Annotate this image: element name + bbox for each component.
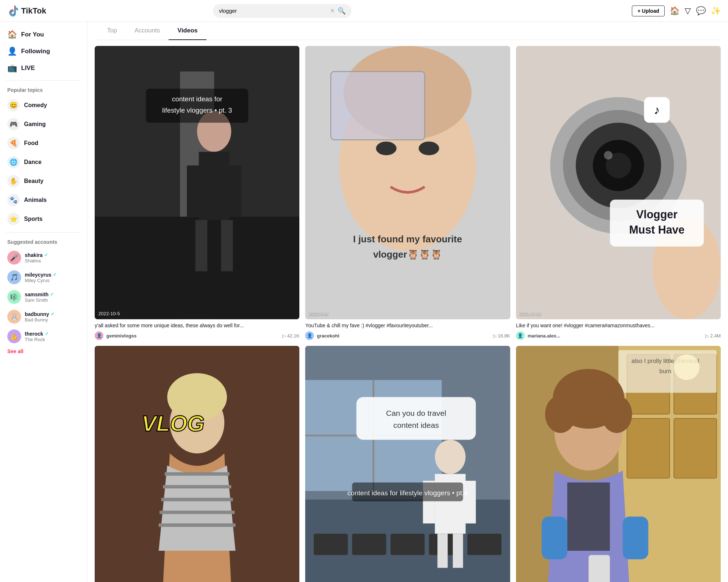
account-info-therock: therock ✓ The Rock	[25, 331, 49, 342]
topic-animals[interactable]: 🐾 Animals	[0, 191, 87, 210]
svg-text:Vlogger: Vlogger	[636, 208, 677, 221]
video-thumb-6: also I prolly little chemical burn	[516, 346, 721, 582]
suggested-account-samsmith[interactable]: 🎼 samsmith ✓ Sam Smith	[0, 287, 87, 307]
search-button[interactable]: 🔍	[338, 7, 346, 15]
video-thumb-3: ♪ Vlogger Must Have 2021-5-13	[516, 46, 721, 319]
username-badbunny: badbunny ✓	[25, 311, 55, 317]
video-thumb-1: content ideas for lifestyle vloggers • p…	[95, 46, 299, 319]
video-date-1: 2022-10-5	[98, 311, 120, 316]
clear-search-icon[interactable]: ✕	[330, 7, 335, 14]
display-badbunny: Bad Bunny	[25, 317, 55, 323]
topic-label-gaming: Gaming	[24, 121, 46, 128]
video-meta-3: 👤 mariana.alex... ▷ 2.4M	[516, 331, 721, 340]
verified-icon-badbunny: ✓	[51, 311, 55, 317]
svg-rect-55	[464, 481, 476, 524]
sidebar-item-live[interactable]: 📺 LIVE	[0, 60, 87, 77]
display-therock: The Rock	[25, 337, 49, 342]
svg-text:content ideas: content ideas	[393, 421, 439, 429]
display-samsmith: Sam Smith	[25, 297, 54, 303]
username-shakira: shakira ✓	[25, 252, 48, 258]
suggested-account-therock[interactable]: 💪 therock ✓ The Rock	[0, 327, 87, 346]
svg-rect-4	[199, 152, 229, 220]
svg-rect-5	[187, 165, 199, 217]
video-username-3: mariana.alex...	[528, 333, 560, 339]
suggested-account-mileycyrus[interactable]: 🎵 mileycyrus ✓ Miley Cyrus	[0, 267, 87, 287]
tiktok-logo-icon	[7, 5, 19, 17]
topic-sports[interactable]: ⭐ Sports	[0, 210, 87, 228]
video-card-1[interactable]: content ideas for lifestyle vloggers • p…	[95, 46, 299, 340]
svg-rect-48	[468, 534, 502, 555]
topic-comedy[interactable]: 😊 Comedy	[0, 96, 87, 115]
following-icon: 👤	[7, 47, 17, 56]
sidebar-divider-2	[6, 232, 81, 233]
popular-topics-title: Popular topics	[0, 84, 87, 96]
display-mileycyrus: Miley Cyrus	[25, 278, 57, 283]
upload-button[interactable]: + Upload	[632, 5, 665, 16]
svg-point-14	[376, 141, 397, 155]
svg-rect-17	[331, 71, 425, 140]
page-layout: 🏠 For You 👤 Following 📺 LIVE Popular top…	[0, 22, 728, 582]
video-meta-2: 👤 gracekohl ▷ 16.8K	[305, 331, 510, 340]
avatar-samsmith: 🎼	[7, 290, 21, 304]
svg-point-76	[601, 395, 632, 433]
account-info-shakira: shakira ✓ Shakira	[25, 252, 48, 263]
video-grid: content ideas for lifestyle vloggers • p…	[95, 46, 721, 582]
filter-icon[interactable]: ▽	[685, 6, 691, 16]
username-samsmith: samsmith ✓	[25, 292, 54, 297]
svg-rect-78	[542, 517, 567, 559]
verified-icon-shakira: ✓	[44, 252, 48, 258]
username-mileycyrus: mileycyrus ✓	[25, 272, 57, 278]
video-desc-1: y'all asked for some more unique ideas, …	[95, 322, 299, 329]
gaming-icon: 🎮	[7, 118, 20, 130]
sidebar-divider-1	[6, 80, 81, 81]
tab-top[interactable]: Top	[98, 22, 126, 40]
topic-food[interactable]: 🍕 Food	[0, 134, 87, 153]
video-desc-2: YouTube & chill my fave :) #vlogger #fav…	[305, 322, 510, 329]
search-tabs: Top Accounts Videos	[95, 22, 721, 40]
avatar-therock: 💪	[7, 329, 21, 343]
svg-rect-9	[146, 89, 248, 123]
profile-icon[interactable]: 🏠	[670, 6, 680, 16]
sparkle-icon[interactable]: ✨	[711, 6, 721, 16]
display-shakira: Shakira	[25, 258, 48, 263]
topic-dance[interactable]: 🌐 Dance	[0, 153, 87, 172]
topic-label-food: Food	[24, 140, 38, 147]
sidebar-label-following: Following	[21, 48, 50, 55]
video-card-6[interactable]: also I prolly little chemical burn	[516, 346, 721, 582]
svg-text:♪: ♪	[654, 103, 660, 117]
video-card-4[interactable]: VLOG 2021-11-28 An anxious daily vlogger…	[95, 346, 299, 582]
account-info-samsmith: samsmith ✓ Sam Smith	[25, 292, 54, 303]
video-card-5[interactable]: Can you do travel content ideas content …	[305, 346, 510, 582]
svg-text:content ideas for: content ideas for	[172, 95, 223, 103]
sidebar-item-following[interactable]: 👤 Following	[0, 43, 87, 60]
verified-icon-therock: ✓	[45, 331, 49, 336]
beauty-icon: ✋	[7, 175, 20, 187]
verified-icon-mileycyrus: ✓	[53, 272, 57, 277]
sidebar-item-for-you[interactable]: 🏠 For You	[0, 26, 87, 43]
sidebar-label-live: LIVE	[21, 65, 35, 72]
search-input[interactable]	[219, 8, 327, 14]
video-plays-2: ▷ 16.8K	[493, 333, 510, 339]
svg-rect-8	[221, 220, 233, 272]
topic-gaming[interactable]: 🎮 Gaming	[0, 115, 87, 134]
dance-icon: 🌐	[7, 156, 20, 168]
messages-icon[interactable]: 💬	[696, 6, 706, 16]
sidebar: 🏠 For You 👤 Following 📺 LIVE Popular top…	[0, 22, 87, 582]
video-date-2: 2022-5-8	[309, 311, 328, 316]
tab-videos[interactable]: Videos	[169, 22, 206, 40]
food-icon: 🍕	[7, 137, 20, 149]
svg-point-75	[545, 395, 575, 433]
topic-label-animals: Animals	[24, 197, 47, 203]
suggested-account-badbunny[interactable]: 🐰 badbunny ✓ Bad Bunny	[0, 307, 87, 327]
video-card-3[interactable]: ♪ Vlogger Must Have 2021-5-13 Like if yo…	[516, 46, 721, 340]
tab-accounts[interactable]: Accounts	[126, 22, 169, 40]
see-all-button[interactable]: See all	[0, 346, 31, 356]
svg-rect-57	[453, 534, 463, 568]
video-card-2[interactable]: I just found my favourite vlogger🦉🦉🦉 202…	[305, 46, 510, 340]
suggested-account-shakira[interactable]: 🎤 shakira ✓ Shakira	[0, 248, 87, 267]
logo[interactable]: TikTok	[7, 5, 73, 17]
svg-text:Can you do travel: Can you do travel	[386, 409, 446, 417]
video-thumb-5: Can you do travel content ideas content …	[305, 346, 510, 582]
topic-beauty[interactable]: ✋ Beauty	[0, 172, 87, 191]
svg-text:VLOG: VLOG	[142, 411, 205, 436]
